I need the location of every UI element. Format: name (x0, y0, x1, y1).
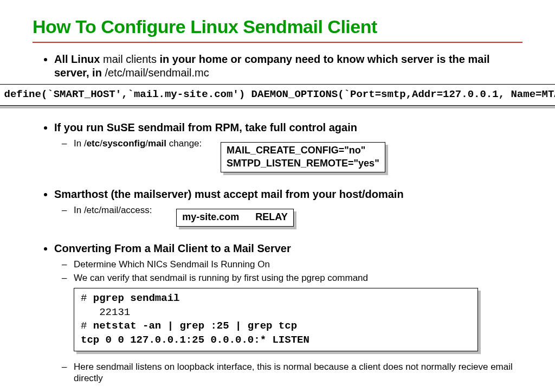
text: Smarthost (the mailserver) must accept m… (54, 188, 404, 200)
bullet-4-sub3: Here sendmail listens on loopback interf… (74, 361, 522, 384)
code-line: my-site.com RELAY (182, 211, 287, 222)
bullet-4-sub1: Determine Which NICs Sendmail Is Running… (74, 259, 522, 270)
bullet-list: All Linux mail clients in your home or c… (33, 53, 522, 384)
bullet-2: If you run SuSE sendmail from RPM, take … (54, 121, 522, 181)
slide-title: How To Configure Linux Sendmail Client (33, 16, 522, 37)
bullet-3-sub: In /etc/mail/access: my-site.com RELAY (74, 204, 522, 234)
text: Here sendmail listens on loopback interf… (74, 362, 513, 383)
codebox-2: MAIL_CREATE_CONFIG="no" SMTPD_LISTEN_REM… (221, 142, 385, 173)
text: sysconfig (102, 138, 145, 149)
text: We can verify that sendmail is running b… (74, 273, 368, 283)
code-prompt: # (81, 320, 93, 332)
code-prompt: # (81, 292, 93, 304)
bullet-4-sub2: We can verify that sendmail is running b… (74, 272, 522, 359)
text: In /etc/mail/access: (74, 205, 152, 215)
code-line: SMTPD_LISTEN_REMOTE="yes" (227, 158, 379, 169)
text: If you run SuSE sendmail from RPM, take … (54, 121, 357, 133)
code-line: define(`SMART_HOST',`mail.my-site.com') (4, 88, 246, 100)
text: change: (166, 138, 202, 149)
codebox-3: my-site.com RELAY (176, 209, 293, 226)
bullet-4: Converting From a Mail Client to a Mail … (54, 242, 522, 384)
text: In / (74, 138, 87, 149)
codebox-4: # pgrep sendmail 22131 # netstat -an | g… (74, 288, 478, 351)
text: mail (148, 138, 166, 149)
text: mail clients (100, 53, 159, 65)
text: All Linux (54, 53, 100, 65)
text: Determine Which NICs Sendmail Is Running… (74, 259, 270, 269)
code-line: DAEMON_OPTIONS(`Port=smtp,Addr=127.0.0.1… (251, 88, 555, 100)
code-cmd: pgrep sendmail (93, 292, 180, 304)
code-line: MAIL_CREATE_CONFIG="no" (227, 145, 365, 156)
code-line: 22131 (81, 306, 130, 318)
bullet-3: Smarthost (the mailserver) must accept m… (54, 188, 522, 234)
codebox-row-4: # pgrep sendmail 22131 # netstat -an | g… (74, 284, 522, 359)
code-line: tcp 0 0 127.0.0.1:25 0.0.0.0:* LISTEN (81, 334, 309, 346)
text: Converting From a Mail Client to a Mail … (54, 242, 291, 254)
title-rule (33, 42, 522, 43)
text: etc (87, 138, 100, 149)
code-cmd: netstat -an | grep :25 | grep tcp (93, 320, 297, 332)
codebox-1: define(`SMART_HOST',`mail.my-site.com') … (0, 84, 555, 106)
bullet-1: All Linux mail clients in your home or c… (54, 53, 522, 113)
text: /etc/mail/sendmail.mc (105, 67, 209, 79)
codebox-row-1: define(`SMART_HOST',`mail.my-site.com') … (54, 80, 522, 113)
bullet-2-sub: In /etc/sysconfig/mail change: MAIL_CREA… (74, 138, 522, 181)
